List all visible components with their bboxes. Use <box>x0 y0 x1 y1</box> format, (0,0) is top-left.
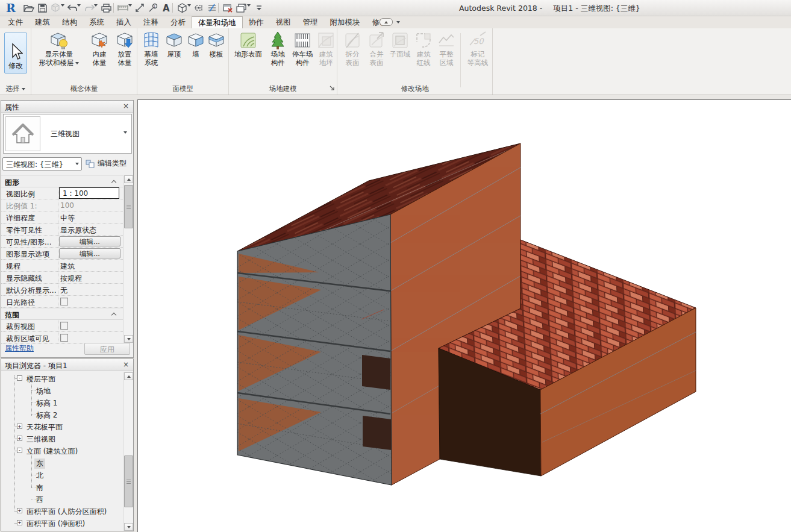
subregion-button[interactable]: 子面域 <box>389 31 411 58</box>
collapse-expander-icon[interactable]: - <box>17 448 22 453</box>
tab-analyze[interactable]: 分析 <box>164 16 192 28</box>
properties-header[interactable]: 属性 × <box>1 101 133 113</box>
modify-button[interactable]: 修改 <box>4 33 27 74</box>
project-browser-scrollbar[interactable] <box>123 372 133 531</box>
tree-item-level-1[interactable]: 标高 1 <box>1 397 123 408</box>
tab-collaborate[interactable]: 协作 <box>243 16 270 28</box>
building-pad-button[interactable]: 建筑 地坪 <box>316 31 336 67</box>
type-selector-caret-icon[interactable] <box>123 131 127 134</box>
default-analysis-display-value[interactable]: 无 <box>60 286 67 296</box>
edit-type-button[interactable]: 编辑类型 <box>86 158 127 169</box>
inplace-mass-button[interactable]: 内建 体量 <box>88 31 111 67</box>
measure-icon[interactable] <box>117 1 129 14</box>
properties-help-link[interactable]: 属性帮助 <box>5 343 34 354</box>
expand-expander-icon[interactable]: + <box>17 424 22 429</box>
type-selector[interactable]: 三维视图 <box>3 114 132 154</box>
split-surface-button[interactable]: 拆分 表面 <box>341 31 364 67</box>
expand-expander-icon[interactable]: + <box>17 508 22 513</box>
revit-logo-icon[interactable]: R <box>4 1 19 14</box>
tab-addins[interactable]: 附加模块 <box>324 16 366 28</box>
ribbon-cycle-icon[interactable] <box>380 18 393 26</box>
label-contours-button[interactable]: 50 标记 等高线 <box>464 31 492 67</box>
section-graphics[interactable]: 图形 <box>1 175 123 187</box>
property-line-button[interactable]: 建筑 红线 <box>412 31 435 67</box>
tree-item-site[interactable]: 场地 <box>1 385 123 396</box>
panel-select-label[interactable]: 选择 <box>0 84 31 93</box>
tab-structure[interactable]: 结构 <box>56 16 83 28</box>
tab-view[interactable]: 视图 <box>270 16 297 28</box>
crop-region-visible-checkbox[interactable] <box>60 334 68 342</box>
ribbon-cycle-caret-icon[interactable] <box>396 21 400 23</box>
view-scale-input[interactable]: 1 : 100 <box>59 187 119 199</box>
properties-scrollbar[interactable] <box>123 175 133 343</box>
close-hidden-windows-icon[interactable] <box>222 1 234 14</box>
parking-component-button[interactable]: 停车场 构件 <box>289 31 316 67</box>
undo-icon[interactable] <box>66 1 78 14</box>
tab-systems[interactable]: 系统 <box>83 16 110 28</box>
site-component-button[interactable]: 场地 构件 <box>266 31 289 67</box>
toposurface-button[interactable]: 地形表面 <box>233 31 264 58</box>
undo-caret-icon[interactable] <box>77 4 81 15</box>
tree-item-south[interactable]: 南 <box>1 481 123 492</box>
section-icon[interactable] <box>193 1 205 14</box>
scroll-up-icon[interactable] <box>127 375 131 378</box>
section-extents[interactable]: 范围 <box>1 308 123 320</box>
print-icon[interactable] <box>100 1 112 14</box>
tab-insert[interactable]: 插入 <box>110 16 137 28</box>
tab-massing-site[interactable]: 体量和场地 <box>192 16 243 28</box>
drawing-area[interactable] <box>137 99 791 532</box>
show-hidden-lines-value[interactable]: 按规程 <box>60 274 82 284</box>
scroll-down-icon[interactable] <box>127 338 131 340</box>
scroll-down-icon[interactable] <box>127 526 131 528</box>
properties-scroll-thumb[interactable] <box>124 185 133 228</box>
tree-item-elevations[interactable]: - 立面 (建筑立面) <box>1 445 123 456</box>
measure-caret-icon[interactable] <box>128 4 132 15</box>
curtain-system-button[interactable]: 幕墙 系统 <box>140 31 163 67</box>
detail-level-value[interactable]: 中等 <box>60 213 75 224</box>
crop-view-checkbox[interactable] <box>60 322 68 330</box>
scroll-up-icon[interactable] <box>127 178 131 181</box>
tab-architecture[interactable]: 建筑 <box>29 16 56 28</box>
thin-lines-icon[interactable] <box>206 1 218 14</box>
tree-item-ceiling-plans[interactable]: + 天花板平面 <box>1 421 123 432</box>
expand-expander-icon[interactable]: + <box>17 520 22 525</box>
project-browser-header[interactable]: 项目浏览器 - 项目1 × <box>1 359 133 371</box>
customize-quick-access-toolbar-icon[interactable] <box>253 1 265 14</box>
discipline-value[interactable]: 建筑 <box>60 261 75 272</box>
open-icon[interactable] <box>23 1 35 14</box>
graphic-display-options-edit-button[interactable]: 编辑... <box>59 248 120 258</box>
tree-item-floor-plans[interactable]: - 楼层平面 <box>1 373 123 384</box>
tree-item-north[interactable]: 北 <box>1 469 123 480</box>
tree-item-area-plan-civil-defense[interactable]: + 面积平面 (人防分区面积) <box>1 505 123 516</box>
tree-item-east[interactable]: 东 <box>1 457 123 468</box>
show-mass-button[interactable]: 显示体量 形状和楼层 <box>35 31 83 67</box>
default-3d-view-caret-icon[interactable] <box>187 4 191 15</box>
collapse-expander-icon[interactable]: - <box>17 375 22 381</box>
merge-surfaces-button[interactable]: 合并 表面 <box>365 31 388 67</box>
tree-item-west[interactable]: 西 <box>1 493 123 504</box>
visibility-graphics-edit-button[interactable]: 编辑... <box>59 236 120 246</box>
tab-file[interactable]: 文件 <box>2 16 29 28</box>
floor-by-face-button[interactable]: 楼板 <box>206 31 227 58</box>
redo-icon[interactable] <box>83 1 95 14</box>
mass-glass-face[interactable] <box>237 214 392 486</box>
apply-button[interactable]: 应用 <box>84 343 130 355</box>
browser-scroll-thumb[interactable] <box>124 455 133 507</box>
properties-close-icon[interactable]: × <box>122 102 130 110</box>
tree-item-area-plan-net[interactable]: + 面积平面 (净面积) <box>1 518 123 528</box>
model-3d-view[interactable] <box>138 100 791 532</box>
graded-region-button[interactable]: 平整 区域 <box>435 31 458 67</box>
default-3d-view-icon[interactable] <box>176 1 188 14</box>
tree-item-3d-views[interactable]: + 三维视图 <box>1 433 123 444</box>
expand-expander-icon[interactable]: + <box>17 436 22 441</box>
sync-with-central-icon[interactable] <box>49 1 61 14</box>
sync-caret-icon[interactable] <box>61 4 64 15</box>
place-mass-button[interactable]: 放置 体量 <box>113 31 136 67</box>
expand-expander-icon[interactable]: + <box>17 531 22 531</box>
tab-manage[interactable]: 管理 <box>297 16 324 28</box>
switch-windows-caret-icon[interactable] <box>247 4 251 15</box>
sun-path-checkbox[interactable] <box>60 298 68 305</box>
tree-item-level-2[interactable]: 标高 2 <box>1 409 123 420</box>
text-icon[interactable]: A <box>160 1 172 14</box>
tag-by-category-icon[interactable]: 1 <box>147 1 159 14</box>
